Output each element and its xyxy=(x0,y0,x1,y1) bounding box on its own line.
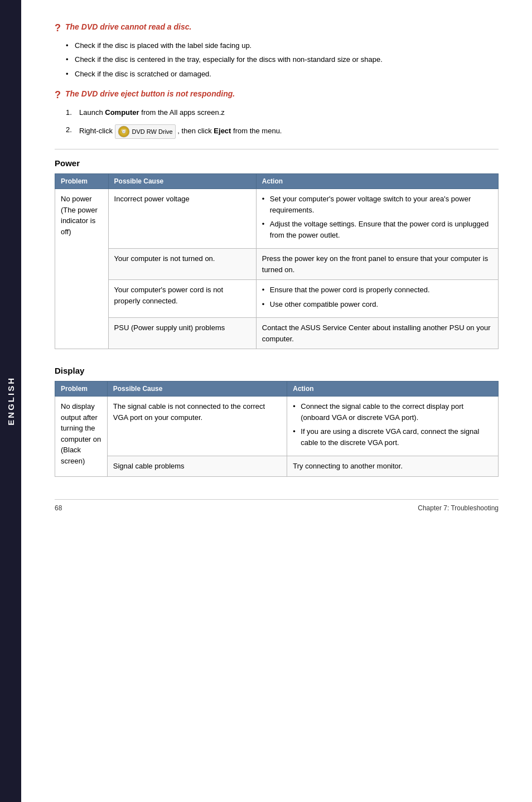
dvd-disc-svg: DVD xyxy=(118,125,130,138)
question-mark-1: ? xyxy=(55,22,61,35)
power-cause-3: Your computer's power cord is not proper… xyxy=(108,280,256,318)
main-content: ? The DVD drive cannot read a disc. Chec… xyxy=(21,0,532,545)
list-item: Check if the disc is centered in the tra… xyxy=(66,54,499,65)
dvd-read-bullets: Check if the disc is placed with the lab… xyxy=(55,40,499,80)
col-cause: Possible Cause xyxy=(108,174,256,189)
table-row: No display output after turning the comp… xyxy=(55,397,499,456)
dvd-eject-title: ? The DVD drive eject button is not resp… xyxy=(55,89,499,102)
side-tab: ENGLISH xyxy=(0,0,21,802)
list-item: Check if the disc is scratched or damage… xyxy=(66,69,499,80)
question-mark-2: ? xyxy=(55,89,61,102)
svg-text:DVD: DVD xyxy=(122,129,126,132)
display-action-2: Try connecting to another monitor. xyxy=(287,456,499,477)
list-item: Check if the disc is placed with the lab… xyxy=(66,40,499,51)
list-item: 2. Right-click DVD DVD RW Drive xyxy=(66,124,499,139)
chapter-text: Chapter 7: Troubleshooting xyxy=(418,504,499,512)
power-cause-4: PSU (Power supply unit) problems xyxy=(108,318,256,349)
power-action-2: Press the power key on the front panel t… xyxy=(256,249,498,280)
dvd-eject-section: ? The DVD drive eject button is not resp… xyxy=(55,89,499,139)
power-problem-cell: No power (The power indicator is off) xyxy=(55,189,109,349)
dvd-read-title: ? The DVD drive cannot read a disc. xyxy=(55,22,499,35)
col-cause: Possible Cause xyxy=(107,381,287,397)
divider-power xyxy=(55,149,499,149)
power-action-3: Ensure that the power cord is properly c… xyxy=(256,280,498,318)
display-action-1: Connect the signal cable to the correct … xyxy=(287,397,499,456)
page-number: 68 xyxy=(55,504,62,512)
display-problem-cell: No display output after turning the comp… xyxy=(55,397,108,477)
table-row: Your computer's power cord is not proper… xyxy=(55,280,499,318)
display-cause-2: Signal cable problems xyxy=(107,456,287,477)
list-item: Set your computer's power voltage switch… xyxy=(262,194,492,215)
dvd-eject-steps: 1. Launch Computer from the All apps scr… xyxy=(55,107,499,139)
display-heading: Display xyxy=(55,366,499,375)
list-item: Use other compatible power cord. xyxy=(262,299,492,310)
power-action-4: Contact the ASUS Service Center about in… xyxy=(256,318,498,349)
table-header-row: Problem Possible Cause Action xyxy=(55,381,499,397)
display-table: Problem Possible Cause Action No display… xyxy=(55,381,499,477)
dvd-drive-icon: DVD DVD RW Drive xyxy=(115,124,176,139)
display-cause-1: The signal cable is not connected to the… xyxy=(107,397,287,456)
col-problem: Problem xyxy=(55,174,109,189)
power-cause-2: Your computer is not turned on. xyxy=(108,249,256,280)
dvd-label: DVD RW Drive xyxy=(132,127,173,137)
col-problem: Problem xyxy=(55,381,108,397)
power-table: Problem Possible Cause Action No power (… xyxy=(55,173,499,349)
list-item: Adjust the voltage settings. Ensure that… xyxy=(262,219,492,240)
list-item: 1. Launch Computer from the All apps scr… xyxy=(66,107,499,118)
side-tab-label: ENGLISH xyxy=(6,376,16,426)
list-item: Connect the signal cable to the correct … xyxy=(293,401,492,423)
table-row: Your computer is not turned on. Press th… xyxy=(55,249,499,280)
list-item: If you are using a discrete VGA card, co… xyxy=(293,426,492,448)
col-action: Action xyxy=(287,381,499,397)
table-row: No power (The power indicator is off) In… xyxy=(55,189,499,249)
list-item: Ensure that the power cord is properly c… xyxy=(262,284,492,296)
dvd-read-section: ? The DVD drive cannot read a disc. Chec… xyxy=(55,22,499,79)
power-cause-1: Incorrect power voltage xyxy=(108,189,256,249)
footer: 68 Chapter 7: Troubleshooting xyxy=(55,499,499,512)
table-header-row: Problem Possible Cause Action xyxy=(55,174,499,189)
col-action: Action xyxy=(256,174,498,189)
power-heading: Power xyxy=(55,158,499,168)
table-row: PSU (Power supply unit) problems Contact… xyxy=(55,318,499,349)
table-row: Signal cable problems Try connecting to … xyxy=(55,456,499,477)
power-action-1: Set your computer's power voltage switch… xyxy=(256,189,498,249)
